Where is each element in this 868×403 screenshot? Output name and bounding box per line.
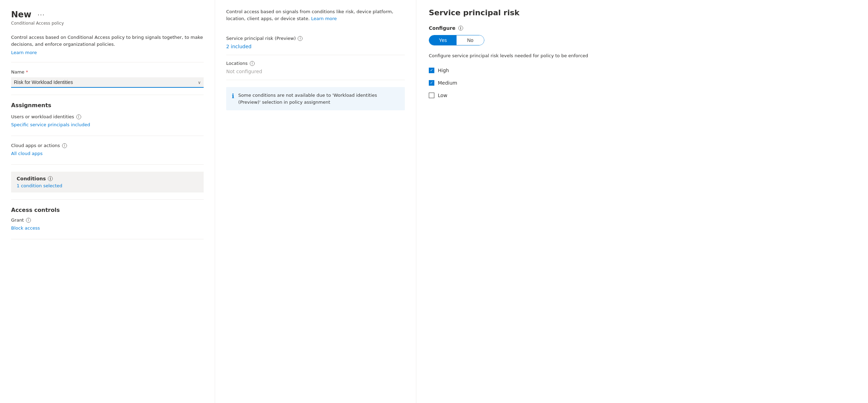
checkbox-label-medium: Medium bbox=[438, 80, 457, 86]
checkbox-low[interactable] bbox=[429, 93, 434, 98]
page-title-text: New bbox=[11, 10, 32, 19]
divider-1 bbox=[11, 62, 204, 62]
grant-label-row: Grant i bbox=[11, 217, 204, 223]
middle-panel: Control access based on signals from con… bbox=[215, 0, 416, 403]
checkbox-label-high: High bbox=[438, 68, 449, 73]
configure-info-icon[interactable]: i bbox=[458, 26, 463, 31]
name-input-wrapper: ∨ bbox=[11, 77, 204, 88]
service-principal-risk-value[interactable]: 2 included bbox=[226, 44, 252, 49]
checkbox-item-medium[interactable]: Medium bbox=[429, 80, 856, 86]
checkbox-item-high[interactable]: High bbox=[429, 68, 856, 73]
grant-info-icon[interactable]: i bbox=[26, 218, 31, 223]
info-circle-icon: ℹ bbox=[232, 92, 234, 100]
info-box: ℹ Some conditions are not available due … bbox=[226, 87, 405, 110]
users-info-icon[interactable]: i bbox=[76, 114, 81, 119]
conditions-heading-row: Conditions i bbox=[17, 176, 198, 181]
configure-label-text: Configure bbox=[429, 25, 456, 31]
divider-3 bbox=[11, 136, 204, 136]
users-label-text: Users or workload identities bbox=[11, 114, 74, 119]
divider-5 bbox=[11, 199, 204, 200]
divider-4 bbox=[11, 164, 204, 165]
left-panel: New ··· Conditional Access policy Contro… bbox=[0, 0, 215, 403]
configure-label-row: Configure i bbox=[429, 25, 856, 31]
locations-info-icon[interactable]: i bbox=[250, 61, 255, 66]
conditions-count: 1 condition selected bbox=[17, 183, 62, 188]
configure-description: Configure service principal risk levels … bbox=[429, 52, 856, 59]
chevron-down-icon: ∨ bbox=[198, 80, 201, 85]
users-value-link[interactable]: Specific service principals included bbox=[11, 121, 204, 129]
page-title-area: New ··· bbox=[11, 10, 204, 19]
service-principal-risk-row[interactable]: Service principal risk (Preview) i 2 inc… bbox=[226, 30, 405, 55]
locations-title: Locations i bbox=[226, 61, 405, 66]
locations-row[interactable]: Locations i Not configured bbox=[226, 55, 405, 80]
right-panel-title: Service principal risk bbox=[429, 8, 856, 17]
grant-label-text: Grant bbox=[11, 217, 24, 223]
assignments-heading: Assignments bbox=[11, 102, 204, 109]
yes-no-toggle[interactable]: Yes No bbox=[429, 35, 484, 45]
divider-6 bbox=[11, 239, 204, 239]
service-principal-risk-info-icon[interactable]: i bbox=[298, 36, 303, 41]
divider-2 bbox=[11, 95, 204, 95]
cloud-apps-info-icon[interactable]: i bbox=[62, 143, 67, 148]
conditions-info-icon[interactable]: i bbox=[48, 176, 53, 181]
access-controls-heading: Access controls bbox=[11, 207, 204, 213]
grant-value-link[interactable]: Block access bbox=[11, 224, 204, 232]
left-learn-more-link[interactable]: Learn more bbox=[11, 50, 37, 55]
locations-value[interactable]: Not configured bbox=[226, 69, 262, 74]
conditions-block[interactable]: Conditions i 1 condition selected bbox=[11, 172, 204, 192]
checkbox-label-low: Low bbox=[438, 93, 448, 98]
cloud-apps-label-row: Cloud apps or actions i bbox=[11, 143, 204, 148]
info-box-text: Some conditions are not available due to… bbox=[238, 92, 399, 105]
cloud-apps-label-text: Cloud apps or actions bbox=[11, 143, 60, 148]
risk-level-checkboxes: HighMediumLow bbox=[429, 68, 856, 98]
checkbox-medium[interactable] bbox=[429, 80, 434, 86]
users-label-row: Users or workload identities i bbox=[11, 114, 204, 119]
name-input[interactable] bbox=[11, 77, 204, 88]
left-description: Control access based on Conditional Acce… bbox=[11, 34, 204, 48]
middle-description: Control access based on signals from con… bbox=[226, 8, 405, 22]
middle-learn-more-link[interactable]: Learn more bbox=[311, 16, 337, 21]
required-marker: * bbox=[26, 69, 28, 75]
service-principal-risk-title: Service principal risk (Preview) i bbox=[226, 36, 405, 41]
page-subtitle: Conditional Access policy bbox=[11, 21, 204, 26]
cloud-apps-value-link[interactable]: All cloud apps bbox=[11, 149, 204, 157]
checkbox-item-low[interactable]: Low bbox=[429, 93, 856, 98]
yes-toggle-button[interactable]: Yes bbox=[429, 35, 457, 45]
no-toggle-button[interactable]: No bbox=[457, 35, 484, 45]
name-label: Name * bbox=[11, 69, 204, 75]
right-panel: Service principal risk Configure i Yes N… bbox=[416, 0, 868, 403]
ellipsis-button[interactable]: ··· bbox=[36, 10, 47, 19]
conditions-heading-text: Conditions bbox=[17, 176, 46, 181]
checkbox-high[interactable] bbox=[429, 68, 434, 73]
